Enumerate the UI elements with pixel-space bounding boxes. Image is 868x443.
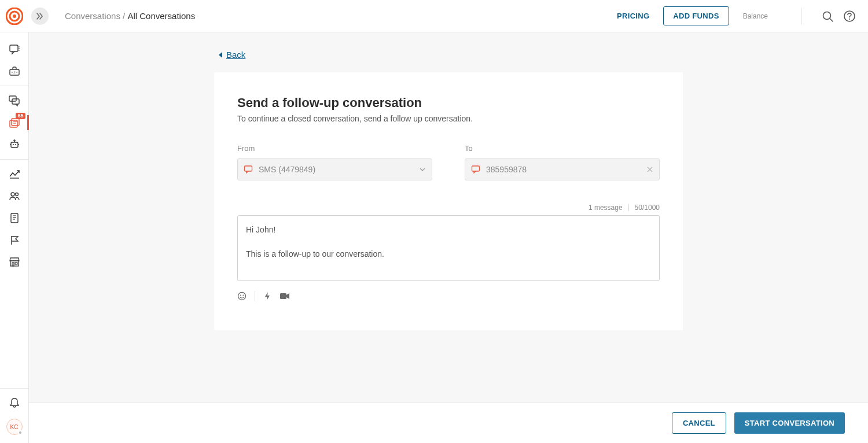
card-title: Send a follow-up conversation — [237, 95, 660, 110]
char-counter: 50/1000 — [635, 204, 660, 212]
bot-icon — [9, 139, 20, 150]
svg-rect-16 — [12, 119, 19, 125]
nav-item-analytics[interactable] — [0, 163, 29, 185]
nav-item-people[interactable] — [0, 185, 29, 207]
video-button[interactable] — [279, 292, 290, 300]
svg-rect-7 — [10, 45, 18, 51]
inbox-badge: 65 — [16, 113, 25, 119]
nav-item-toolbox[interactable]: </> — [0, 60, 29, 82]
svg-point-41 — [238, 293, 246, 300]
search-icon[interactable] — [821, 9, 834, 23]
svg-rect-38 — [472, 166, 480, 171]
sms-icon — [471, 165, 480, 174]
card-subtitle: To continue a closed conversation, send … — [237, 114, 660, 123]
footer-action-bar: CANCEL START CONVERSATION — [29, 403, 868, 443]
to-label: To — [465, 144, 660, 153]
emoji-icon — [237, 291, 247, 301]
svg-rect-37 — [245, 166, 252, 171]
to-value: 385959878 — [486, 165, 641, 174]
message-count: 1 message — [589, 204, 623, 212]
chart-line-icon — [9, 168, 20, 180]
pricing-link[interactable]: PRICING — [617, 12, 649, 20]
book-icon — [9, 212, 20, 224]
storefront-icon — [9, 256, 20, 268]
svg-point-6 — [849, 19, 850, 20]
nav-item-conversations[interactable] — [0, 90, 29, 112]
clear-icon[interactable] — [646, 166, 653, 173]
from-select[interactable]: SMS (4479849) — [237, 158, 432, 180]
svg-point-43 — [242, 295, 244, 296]
followup-card: Send a follow-up conversation To continu… — [214, 72, 683, 330]
meta-divider — [628, 204, 629, 211]
bolt-icon — [263, 291, 271, 301]
nav-item-book[interactable] — [0, 207, 29, 229]
caret-left-icon — [218, 51, 223, 58]
app-header: Conversations / All Conversations PRICIN… — [0, 0, 868, 32]
back-link[interactable]: Back — [218, 50, 245, 60]
nav-item-inbox[interactable]: 65 — [0, 112, 29, 134]
svg-point-8 — [19, 46, 20, 47]
sidebar: </> 65 — [0, 32, 29, 443]
start-conversation-button[interactable]: START CONVERSATION — [734, 412, 845, 434]
sms-icon — [244, 165, 253, 174]
nav-item-store[interactable] — [0, 251, 29, 273]
svg-point-20 — [13, 144, 14, 145]
quick-action-button[interactable] — [263, 291, 271, 301]
conversations-icon — [9, 95, 20, 106]
message-textarea[interactable] — [237, 215, 660, 281]
user-avatar[interactable]: KC — [6, 419, 23, 435]
breadcrumb-parent[interactable]: Conversations — [65, 11, 120, 21]
toolbar-divider — [255, 291, 255, 301]
people-icon — [9, 190, 20, 202]
to-field[interactable]: 385959878 — [465, 158, 660, 180]
avatar-initials: KC — [10, 424, 19, 430]
help-icon[interactable] — [843, 9, 856, 23]
svg-point-28 — [15, 193, 18, 196]
balance-label: Balance — [743, 12, 768, 20]
nav-item-bot[interactable] — [0, 134, 29, 156]
svg-point-2 — [13, 14, 16, 18]
svg-rect-35 — [12, 263, 14, 266]
main-content: Back Send a follow-up conversation To co… — [29, 32, 868, 443]
nav-item-chat[interactable] — [0, 38, 29, 60]
brand-logo[interactable] — [6, 8, 23, 25]
svg-text:</>: </> — [11, 70, 17, 74]
svg-point-42 — [240, 295, 241, 296]
from-value: SMS (4479849) — [259, 165, 413, 174]
emoji-button[interactable] — [237, 291, 247, 301]
svg-rect-44 — [280, 293, 286, 299]
svg-point-10 — [19, 50, 20, 51]
svg-rect-36 — [15, 263, 17, 264]
breadcrumb-current: All Conversations — [127, 11, 195, 21]
add-funds-button[interactable]: ADD FUNDS — [663, 6, 729, 25]
avatar-status-dot — [18, 430, 23, 435]
textarea-toolbar — [237, 291, 660, 301]
breadcrumb: Conversations / All Conversations — [65, 11, 195, 21]
bell-icon — [9, 397, 20, 408]
breadcrumb-separator: / — [120, 11, 128, 21]
flag-icon — [9, 234, 20, 246]
svg-point-21 — [15, 144, 16, 145]
back-link-label: Back — [226, 50, 245, 60]
video-icon — [279, 292, 290, 300]
cancel-button[interactable]: CANCEL — [672, 412, 726, 434]
chat-icon — [9, 43, 20, 55]
nav-item-flag[interactable] — [0, 229, 29, 251]
chevron-down-icon — [419, 166, 426, 173]
header-divider — [801, 8, 802, 24]
from-label: From — [237, 144, 432, 153]
nav-item-notifications[interactable] — [0, 394, 29, 411]
chevron-double-right-icon — [36, 12, 44, 20]
svg-rect-29 — [11, 213, 18, 223]
toolbox-icon: </> — [9, 65, 20, 77]
expand-sidebar-button[interactable] — [31, 8, 49, 25]
svg-point-27 — [11, 193, 14, 196]
svg-line-4 — [830, 19, 833, 21]
svg-point-9 — [19, 48, 20, 49]
svg-rect-19 — [11, 142, 18, 147]
